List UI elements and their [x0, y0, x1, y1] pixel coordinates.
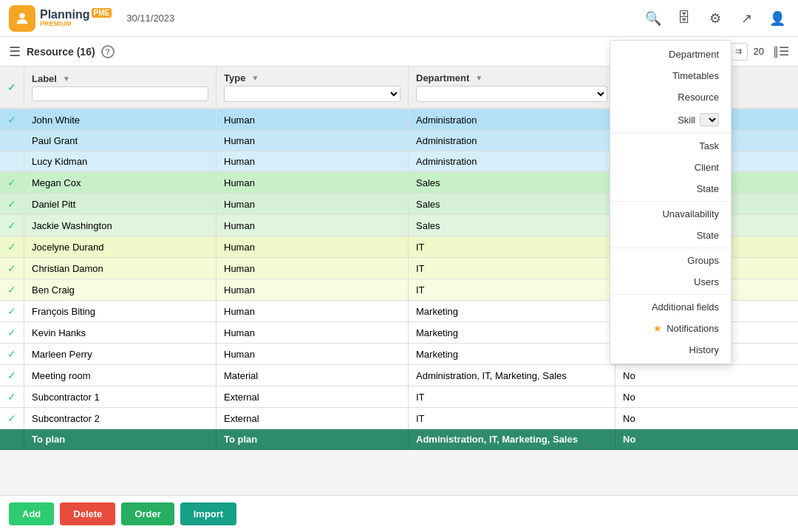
add-button[interactable]: Add: [9, 502, 54, 525]
row-label: John White: [24, 109, 216, 131]
row-type: Human: [216, 236, 409, 258]
column-toggle-icon[interactable]: ∥☰: [773, 44, 789, 58]
row-department: IT: [409, 386, 615, 408]
row-department: Marketing: [409, 322, 615, 344]
row-check: ✓: [0, 301, 24, 322]
row-label: Jocelyne Durand: [24, 236, 216, 258]
dropdown-menu: Department Timetables Resource Skill Tas…: [610, 40, 732, 364]
dropdown-item-additional-fields[interactable]: Additional fields: [610, 296, 731, 318]
row-type: External: [216, 408, 409, 429]
row-label: Kevin Hanks: [24, 322, 216, 344]
row-check: ✓: [0, 386, 24, 408]
share-icon[interactable]: ↗: [734, 7, 758, 30]
logo-icon: [9, 5, 35, 32]
row-label: Megan Cox: [24, 172, 216, 194]
row-type: Human: [216, 109, 409, 131]
star-icon: ★: [653, 323, 662, 334]
row-label: Paul Grant: [24, 131, 216, 151]
dropdown-item-notifications[interactable]: ★ Notifications: [610, 318, 731, 339]
table-row[interactable]: ✓ Subcontractor 1 External IT No: [0, 386, 798, 408]
dropdown-divider-3: [610, 248, 731, 248]
row-type: External: [216, 386, 409, 408]
row-label: Daniel Pitt: [24, 194, 216, 215]
menu-icon[interactable]: ☰: [9, 44, 21, 60]
row-department: Sales: [409, 194, 615, 215]
last-page-button[interactable]: ⇉: [730, 43, 748, 61]
footer-type: To plan: [216, 429, 409, 450]
dropdown-item-client[interactable]: Client: [610, 157, 731, 178]
resource-label: Resource (16): [27, 46, 95, 58]
dropdown-item-task[interactable]: Task: [610, 135, 731, 157]
row-type: Human: [216, 215, 409, 236]
row-check: ✓: [0, 344, 24, 365]
delete-button[interactable]: Delete: [60, 502, 115, 525]
header-date: 30/11/2023: [126, 13, 174, 24]
settings-icon[interactable]: ⚙: [703, 7, 727, 30]
user-icon[interactable]: 👤: [765, 7, 789, 30]
dropdown-item-timetables[interactable]: Timetables: [610, 65, 731, 86]
table-row[interactable]: ✓ Meeting room Material Administration, …: [0, 365, 798, 386]
row-department: Marketing: [409, 344, 615, 365]
dropdown-item-state1[interactable]: State: [610, 178, 731, 200]
row-check: ✓: [0, 365, 24, 386]
row-check: ✓: [0, 236, 24, 258]
dropdown-item-department[interactable]: Department: [610, 44, 731, 65]
import-button[interactable]: Import: [180, 502, 236, 525]
row-type: Human: [216, 301, 409, 322]
row-label: Jackie Washington: [24, 215, 216, 236]
dropdown-divider-2: [610, 201, 731, 202]
row-type: Material: [216, 365, 409, 386]
search-icon[interactable]: 🔍: [641, 7, 665, 30]
help-icon[interactable]: ?: [101, 45, 115, 58]
page-count: 20: [754, 46, 764, 57]
dept-sort-icon: ▼: [475, 74, 482, 82]
row-check: ✓: [0, 322, 24, 344]
type-sort-icon: ▼: [251, 74, 259, 82]
row-department: Sales: [409, 172, 615, 194]
department-header: Department ▼: [409, 66, 615, 109]
row-check: ✓: [0, 215, 24, 236]
row-check: [0, 151, 24, 172]
row-check: ✓: [0, 172, 24, 194]
dropdown-item-groups[interactable]: Groups: [610, 250, 731, 271]
row-label: François Biting: [24, 301, 216, 322]
dropdown-divider-4: [610, 294, 731, 295]
row-h: No: [615, 365, 799, 386]
row-type: Human: [216, 151, 409, 172]
row-type: Human: [216, 279, 409, 301]
table-footer-row: To plan To plan Administration, IT, Mark…: [0, 429, 798, 450]
database-icon[interactable]: 🗄: [672, 7, 696, 30]
dropdown-item-skill[interactable]: Skill: [610, 108, 731, 132]
dropdown-item-state2[interactable]: State: [610, 225, 731, 246]
dropdown-item-resource[interactable]: Resource: [610, 86, 731, 108]
row-department: IT: [409, 236, 615, 258]
dropdown-item-history[interactable]: History: [610, 339, 731, 361]
row-check: ✓: [0, 279, 24, 301]
row-check: ✓: [0, 408, 24, 429]
row-label: Subcontractor 1: [24, 386, 216, 408]
row-check: ✓: [0, 194, 24, 215]
table-row[interactable]: ✓ Subcontractor 2 External IT No: [0, 408, 798, 429]
row-check: ✓: [0, 258, 24, 279]
dropdown-item-users[interactable]: Users: [610, 271, 731, 293]
label-sort-icon: ▼: [63, 75, 70, 83]
label-filter-input[interactable]: [32, 86, 208, 101]
row-label: Subcontractor 2: [24, 408, 216, 429]
type-header: Type ▼: [216, 66, 409, 109]
row-department: Administration: [409, 109, 615, 131]
order-button[interactable]: Order: [121, 502, 174, 525]
row-department: Sales: [409, 215, 615, 236]
row-type: Human: [216, 258, 409, 279]
header-icons: 🔍 🗄 ⚙ ↗ 👤: [641, 7, 789, 30]
row-h: No: [615, 386, 799, 408]
footer-department: Administration, IT, Marketing, Sales: [409, 429, 615, 450]
dropdown-item-unavailability[interactable]: Unavailability: [610, 203, 731, 225]
bottom-bar: Add Delete Order Import: [0, 495, 798, 532]
logo: Planning PME PREMIUM: [9, 5, 112, 32]
footer-check: [0, 429, 24, 450]
type-filter-select[interactable]: [224, 86, 400, 102]
dept-filter-select[interactable]: [416, 86, 607, 102]
row-type: Human: [216, 131, 409, 151]
footer-h: No: [615, 429, 799, 450]
dropdown-divider-1: [610, 133, 731, 134]
